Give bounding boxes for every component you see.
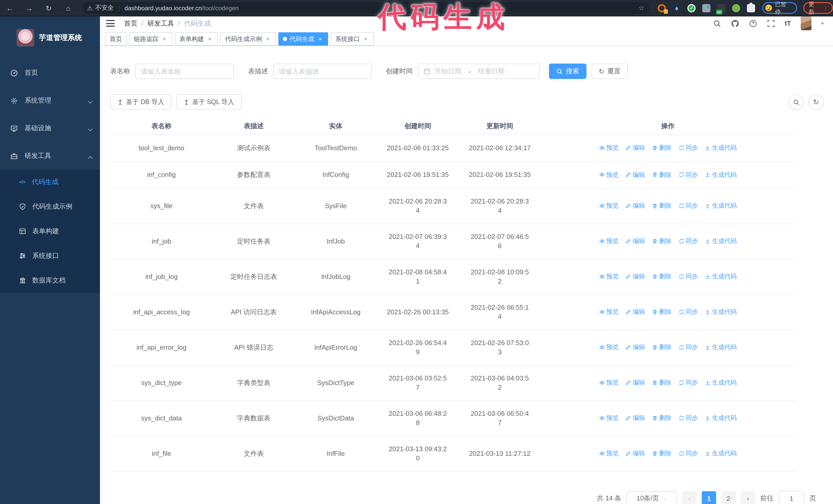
font-size-icon[interactable]: tT (785, 19, 791, 27)
close-icon[interactable]: × (207, 33, 213, 45)
table-desc-input[interactable] (273, 64, 372, 79)
prev-page-button[interactable]: ‹ (682, 491, 697, 504)
sync-link[interactable]: 同步 (679, 237, 698, 246)
sync-link[interactable]: 同步 (679, 201, 698, 211)
delete-link[interactable]: 删除 (652, 170, 671, 179)
preview-link[interactable]: 预览 (599, 272, 619, 281)
edit-link[interactable]: 编辑 (626, 307, 645, 317)
page-1-button[interactable]: 1 (702, 491, 716, 504)
edit-link[interactable]: 编辑 (626, 413, 645, 423)
extension-green-check-icon[interactable]: ✓ (687, 4, 696, 12)
date-range-picker[interactable]: 开始日期 - 结束日期 (418, 64, 540, 79)
edit-link[interactable]: 编辑 (626, 170, 645, 179)
edit-link[interactable]: 编辑 (626, 272, 645, 281)
edit-link[interactable]: 编辑 (626, 343, 645, 352)
generate-code-link[interactable]: 生成代码 (705, 201, 737, 211)
delete-link[interactable]: 删除 (652, 272, 671, 281)
table-name-input[interactable] (135, 64, 234, 79)
preview-link[interactable]: 预览 (599, 307, 619, 317)
tab-tracing[interactable]: 链路追踪 × (129, 32, 172, 46)
generate-code-link[interactable]: 生成代码 (705, 307, 737, 317)
edit-link[interactable]: 编辑 (626, 237, 645, 246)
sidebar-item-system-api[interactable]: 系统接口 (0, 243, 100, 268)
delete-link[interactable]: 删除 (652, 449, 671, 458)
reset-button[interactable]: ↻ 重置 (592, 64, 628, 79)
sync-link[interactable]: 同步 (679, 378, 698, 387)
preview-link[interactable]: 预览 (599, 170, 619, 179)
browser-update-button[interactable]: 更新 ⋮ (804, 2, 833, 14)
github-icon[interactable] (731, 19, 739, 27)
delete-link[interactable]: 删除 (652, 343, 671, 352)
sidebar-item-codegen[interactable]: </> 代码生成 (0, 170, 100, 194)
close-icon[interactable]: × (161, 33, 168, 45)
extension-orange-icon[interactable]: 1 (658, 4, 666, 12)
extension-monkey-icon[interactable] (732, 4, 740, 12)
breadcrumb-devtools[interactable]: 研发工具 (147, 19, 174, 28)
sync-link[interactable]: 同步 (679, 272, 698, 281)
preview-link[interactable]: 预览 (599, 378, 619, 387)
preview-link[interactable]: 预览 (599, 143, 619, 152)
delete-link[interactable]: 删除 (652, 307, 671, 317)
preview-link[interactable]: 预览 (599, 201, 619, 211)
import-sql-button[interactable]: ↥ 基于 SQL 导入 (176, 94, 241, 110)
delete-link[interactable]: 删除 (652, 237, 671, 246)
extension-gem-icon[interactable]: ♦ (672, 4, 681, 12)
import-db-button[interactable]: ↥ 基于 DB 导入 (110, 94, 171, 110)
sidebar-item-form-builder[interactable]: 表单构建 (0, 219, 100, 243)
tab-codegen[interactable]: 代码生成 × (278, 32, 328, 46)
edit-link[interactable]: 编辑 (626, 201, 645, 211)
sync-link[interactable]: 同步 (679, 413, 698, 423)
avatar[interactable] (801, 17, 811, 30)
generate-code-link[interactable]: 生成代码 (705, 449, 737, 458)
toggle-search-button[interactable] (788, 94, 804, 110)
sync-link[interactable]: 同步 (679, 170, 698, 179)
edit-link[interactable]: 编辑 (626, 378, 645, 387)
browser-home-icon[interactable]: ⌂ (58, 4, 78, 12)
preview-link[interactable]: 预览 (599, 237, 619, 246)
page-2-button[interactable]: 2 (721, 491, 736, 504)
generate-code-link[interactable]: 生成代码 (705, 272, 737, 281)
edit-link[interactable]: 编辑 (626, 449, 645, 458)
sync-link[interactable]: 同步 (679, 343, 698, 352)
close-icon[interactable]: × (264, 33, 271, 45)
browser-forward-icon[interactable]: → (20, 4, 39, 12)
generate-code-link[interactable]: 生成代码 (705, 378, 737, 387)
sidebar-item-system[interactable]: 系统管理 (0, 87, 100, 114)
delete-link[interactable]: 删除 (652, 378, 671, 387)
tab-home[interactable]: 首页 (105, 32, 127, 46)
sidebar-item-home[interactable]: 首页 (0, 59, 100, 87)
tab-form-builder[interactable]: 表单构建 × (175, 32, 218, 46)
sync-link[interactable]: 同步 (679, 307, 698, 317)
fullscreen-icon[interactable] (767, 19, 775, 27)
close-icon[interactable]: × (362, 33, 369, 45)
tab-codegen-demo[interactable]: 代码生成示例 × (220, 32, 276, 46)
extension-dark-icon[interactable]: on (717, 4, 725, 12)
generate-code-link[interactable]: 生成代码 (705, 237, 737, 246)
page-size-select[interactable]: 10条/页 ⌄ (626, 491, 677, 504)
address-bar[interactable]: ⚠ 不安全 | dashboard.yudao.iocoder.cn/tool/… (82, 2, 649, 14)
breadcrumb-home[interactable]: 首页 (124, 19, 137, 28)
sidebar-item-devtools[interactable]: 研发工具 (0, 142, 100, 170)
sync-link[interactable]: 同步 (679, 143, 698, 152)
hamburger-icon[interactable] (106, 20, 115, 27)
sync-link[interactable]: 同步 (679, 449, 698, 458)
tab-system-api[interactable]: 系统接口 × (331, 32, 374, 46)
search-button[interactable]: 搜索 (549, 64, 587, 79)
refresh-table-button[interactable]: ↻ (808, 94, 824, 110)
help-icon[interactable] (749, 19, 757, 27)
edit-link[interactable]: 编辑 (626, 143, 645, 152)
extensions-puzzle-icon[interactable] (747, 4, 755, 12)
sidebar-item-db-doc[interactable]: 数据库文档 (0, 268, 100, 293)
preview-link[interactable]: 预览 (599, 449, 619, 458)
delete-link[interactable]: 删除 (652, 143, 671, 152)
next-page-button[interactable]: › (741, 491, 755, 504)
delete-link[interactable]: 删除 (652, 201, 671, 211)
browser-back-icon[interactable]: ← (0, 4, 20, 12)
generate-code-link[interactable]: 生成代码 (705, 170, 737, 179)
close-icon[interactable]: × (317, 33, 324, 45)
paused-badge[interactable]: 已暂停 (762, 2, 798, 14)
browser-reload-icon[interactable]: ↻ (39, 4, 58, 12)
generate-code-link[interactable]: 生成代码 (705, 413, 737, 423)
sidebar-item-infra[interactable]: 基础设施 (0, 114, 100, 142)
security-chip[interactable]: ⚠ 不安全 (87, 4, 114, 12)
